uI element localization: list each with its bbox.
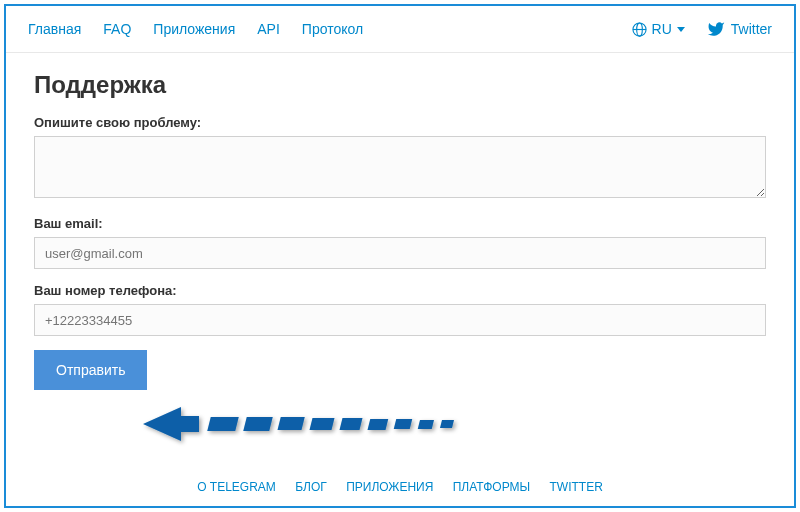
svg-rect-9 [368,419,389,430]
nav-left: Главная FAQ Приложения API Протокол [28,21,363,37]
nav-right: RU Twitter [632,20,772,38]
nav-link-faq[interactable]: FAQ [103,21,131,37]
svg-rect-5 [243,417,272,431]
footer-link-blog[interactable]: БЛОГ [295,480,327,494]
svg-rect-8 [340,418,363,430]
footer-link-apps[interactable]: ПРИЛОЖЕНИЯ [346,480,433,494]
email-input[interactable] [34,237,766,269]
svg-rect-6 [278,417,305,430]
language-label: RU [652,21,672,37]
main-content: Поддержка Опишите свою проблему: Ваш ema… [6,53,794,400]
email-label: Ваш email: [34,216,766,231]
footer-link-twitter[interactable]: TWITTER [550,480,603,494]
submit-button[interactable]: Отправить [34,350,147,390]
twitter-link[interactable]: Twitter [707,20,772,38]
twitter-icon [707,20,725,38]
globe-icon [632,22,647,37]
svg-rect-12 [440,420,454,428]
phone-label: Ваш номер телефона: [34,283,766,298]
svg-rect-10 [394,419,412,429]
footer: О TELEGRAM БЛОГ ПРИЛОЖЕНИЯ ПЛАТФОРМЫ TWI… [6,480,794,494]
annotation-arrow-icon [141,401,481,447]
footer-link-about[interactable]: О TELEGRAM [197,480,276,494]
nav-link-apps[interactable]: Приложения [153,21,235,37]
problem-label: Опишите свою проблему: [34,115,766,130]
footer-link-platforms[interactable]: ПЛАТФОРМЫ [453,480,530,494]
twitter-label: Twitter [731,21,772,37]
svg-marker-3 [143,407,199,441]
svg-rect-7 [310,418,335,430]
problem-textarea[interactable] [34,136,766,198]
top-navbar: Главная FAQ Приложения API Протокол RU T… [6,6,794,53]
phone-input[interactable] [34,304,766,336]
nav-link-protocol[interactable]: Протокол [302,21,363,37]
svg-rect-11 [418,420,434,429]
nav-link-home[interactable]: Главная [28,21,81,37]
language-selector[interactable]: RU [632,21,685,37]
chevron-down-icon [677,27,685,32]
nav-link-api[interactable]: API [257,21,280,37]
page-title: Поддержка [34,71,766,99]
svg-rect-4 [207,417,238,431]
